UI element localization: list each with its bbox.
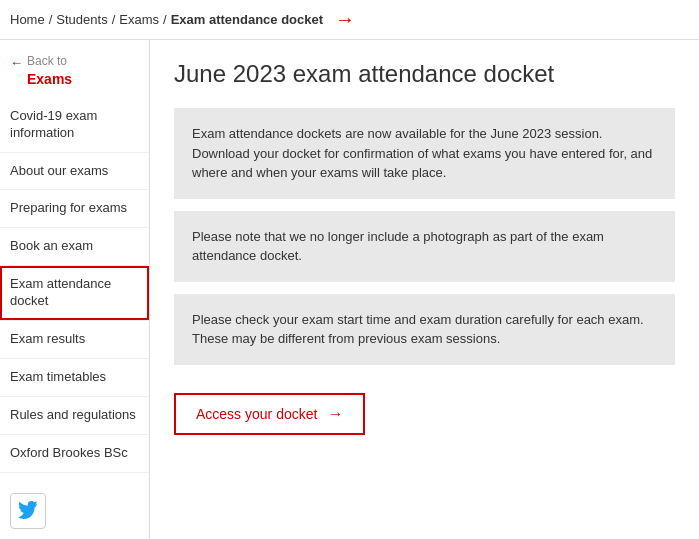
main-content: June 2023 exam attendance docket Exam at… [150,40,699,539]
back-to-exams-link[interactable]: ← Back to Exams [0,40,149,98]
breadcrumb-sep-1: / [49,12,53,27]
back-arrow-icon: ← [10,55,23,70]
breadcrumb-sep-3: / [163,12,167,27]
sidebar-item-rules: Rules and regulations [0,397,149,435]
breadcrumb-exams[interactable]: Exams [119,12,159,27]
sidebar-item-results: Exam results [0,321,149,359]
back-text: Back to Exams [27,54,72,88]
info-text-1: Exam attendance dockets are now availabl… [192,124,657,183]
sidebar-item-book: Book an exam [0,228,149,266]
sidebar-link-rules[interactable]: Rules and regulations [0,397,149,434]
info-box-3: Please check your exam start time and ex… [174,294,675,365]
info-box-2: Please note that we no longer include a … [174,211,675,282]
sidebar-item-timetables: Exam timetables [0,359,149,397]
access-docket-arrow-icon: → [327,405,343,423]
access-docket-button[interactable]: Access your docket → [174,393,365,435]
breadcrumb-sep-2: / [112,12,116,27]
sidebar-link-covid[interactable]: Covid-19 exam information [0,98,149,152]
breadcrumb-students[interactable]: Students [56,12,107,27]
back-main: Exams [27,70,72,88]
access-docket-label: Access your docket [196,406,317,422]
sidebar-item-covid: Covid-19 exam information [0,98,149,153]
sidebar-nav: Covid-19 exam information About our exam… [0,98,149,473]
twitter-icon[interactable] [10,493,46,529]
sidebar-link-timetables[interactable]: Exam timetables [0,359,149,396]
breadcrumb: Home / Students / Exams / Exam attendanc… [0,0,699,40]
sidebar-item-oxford: Oxford Brookes BSc [0,435,149,473]
info-box-1: Exam attendance dockets are now availabl… [174,108,675,199]
page-title: June 2023 exam attendance docket [174,60,675,88]
sidebar: ← Back to Exams Covid-19 exam informatio… [0,40,150,539]
sidebar-link-oxford[interactable]: Oxford Brookes BSc [0,435,149,472]
breadcrumb-current: Exam attendance docket [171,12,323,27]
breadcrumb-arrow-icon: → [335,8,355,31]
sidebar-link-results[interactable]: Exam results [0,321,149,358]
sidebar-item-about: About our exams [0,153,149,191]
sidebar-link-docket[interactable]: Exam attendance docket [0,266,149,320]
sidebar-link-book[interactable]: Book an exam [0,228,149,265]
info-text-3: Please check your exam start time and ex… [192,310,657,349]
sidebar-item-preparing: Preparing for exams [0,190,149,228]
sidebar-link-about[interactable]: About our exams [0,153,149,190]
back-label: Back to [27,54,72,70]
breadcrumb-home[interactable]: Home [10,12,45,27]
page-layout: ← Back to Exams Covid-19 exam informatio… [0,40,699,539]
sidebar-link-preparing[interactable]: Preparing for exams [0,190,149,227]
info-text-2: Please note that we no longer include a … [192,227,657,266]
sidebar-item-docket: Exam attendance docket [0,266,149,321]
